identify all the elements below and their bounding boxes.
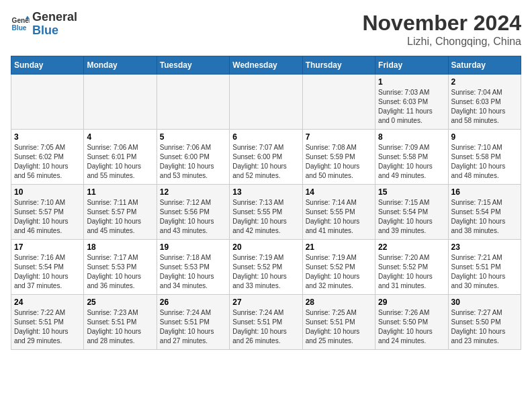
day-number: 12 — [160, 187, 226, 197]
day-info: Sunrise: 7:12 AMSunset: 5:56 PMDaylight:… — [160, 198, 226, 236]
day-info: Sunrise: 7:13 AMSunset: 5:55 PMDaylight:… — [232, 198, 299, 236]
day-number: 28 — [306, 298, 372, 307]
day-info: Sunrise: 7:05 AMSunset: 6:02 PMDaylight:… — [14, 143, 81, 181]
day-number: 29 — [378, 298, 445, 307]
day-number: 5 — [160, 132, 226, 142]
day-cell: 5Sunrise: 7:06 AMSunset: 6:00 PMDaylight… — [157, 130, 229, 185]
logo-text: General Blue — [32, 11, 77, 38]
day-cell: 19Sunrise: 7:18 AMSunset: 5:53 PMDayligh… — [157, 240, 229, 295]
logo: General Blue General Blue — [11, 11, 77, 38]
weekday-header-tuesday: Tuesday — [157, 56, 229, 75]
day-cell: 26Sunrise: 7:24 AMSunset: 5:51 PMDayligh… — [157, 295, 229, 350]
day-number: 7 — [306, 132, 372, 142]
week-row-3: 10Sunrise: 7:10 AMSunset: 5:57 PMDayligh… — [11, 185, 521, 240]
day-cell: 8Sunrise: 7:09 AMSunset: 5:58 PMDaylight… — [375, 130, 448, 185]
weekday-header-saturday: Saturday — [448, 56, 521, 75]
week-row-1: 1Sunrise: 7:03 AMSunset: 6:03 PMDaylight… — [11, 75, 521, 130]
day-info: Sunrise: 7:03 AMSunset: 6:03 PMDaylight:… — [378, 88, 445, 126]
day-number: 11 — [87, 187, 153, 197]
day-number: 24 — [14, 298, 81, 307]
calendar-table: SundayMondayTuesdayWednesdayThursdayFrid… — [11, 56, 521, 350]
day-info: Sunrise: 7:26 AMSunset: 5:50 PMDaylight:… — [378, 308, 445, 346]
day-info: Sunrise: 7:06 AMSunset: 6:01 PMDaylight:… — [87, 143, 153, 181]
day-number: 30 — [451, 298, 518, 307]
weekday-header-thursday: Thursday — [302, 56, 375, 75]
day-info: Sunrise: 7:18 AMSunset: 5:53 PMDaylight:… — [160, 253, 226, 291]
logo-icon: General Blue — [11, 15, 30, 34]
day-info: Sunrise: 7:06 AMSunset: 6:00 PMDaylight:… — [160, 143, 226, 181]
day-info: Sunrise: 7:04 AMSunset: 6:03 PMDaylight:… — [451, 88, 518, 126]
weekday-header-wednesday: Wednesday — [230, 56, 302, 75]
day-cell: 18Sunrise: 7:17 AMSunset: 5:53 PMDayligh… — [84, 240, 157, 295]
day-cell: 6Sunrise: 7:07 AMSunset: 6:00 PMDaylight… — [230, 130, 302, 185]
day-info: Sunrise: 7:11 AMSunset: 5:57 PMDaylight:… — [87, 198, 153, 236]
day-info: Sunrise: 7:24 AMSunset: 5:51 PMDaylight:… — [232, 308, 299, 346]
day-number: 23 — [451, 242, 518, 252]
weekday-header-monday: Monday — [84, 56, 157, 75]
day-cell: 22Sunrise: 7:20 AMSunset: 5:52 PMDayligh… — [375, 240, 448, 295]
day-cell: 15Sunrise: 7:15 AMSunset: 5:54 PMDayligh… — [375, 185, 448, 240]
day-info: Sunrise: 7:19 AMSunset: 5:52 PMDaylight:… — [306, 253, 372, 291]
week-row-5: 24Sunrise: 7:22 AMSunset: 5:51 PMDayligh… — [11, 295, 521, 350]
day-number: 13 — [232, 187, 299, 197]
week-row-4: 17Sunrise: 7:16 AMSunset: 5:54 PMDayligh… — [11, 240, 521, 295]
day-number: 15 — [378, 187, 445, 197]
svg-text:Blue: Blue — [12, 24, 27, 32]
day-cell: 13Sunrise: 7:13 AMSunset: 5:55 PMDayligh… — [230, 185, 302, 240]
day-info: Sunrise: 7:09 AMSunset: 5:58 PMDaylight:… — [378, 143, 445, 181]
day-number: 10 — [14, 187, 81, 197]
day-number: 20 — [232, 242, 299, 252]
day-cell — [157, 75, 229, 130]
weekday-header-friday: Friday — [375, 56, 448, 75]
day-info: Sunrise: 7:23 AMSunset: 5:51 PMDaylight:… — [87, 308, 153, 346]
day-cell — [230, 75, 302, 130]
day-cell: 20Sunrise: 7:19 AMSunset: 5:52 PMDayligh… — [230, 240, 302, 295]
day-number: 21 — [306, 242, 372, 252]
day-number: 4 — [87, 132, 153, 142]
day-number: 27 — [232, 298, 299, 307]
day-cell: 23Sunrise: 7:21 AMSunset: 5:51 PMDayligh… — [448, 240, 521, 295]
day-number: 6 — [232, 132, 299, 142]
day-number: 22 — [378, 242, 445, 252]
day-info: Sunrise: 7:16 AMSunset: 5:54 PMDaylight:… — [14, 253, 81, 291]
day-info: Sunrise: 7:20 AMSunset: 5:52 PMDaylight:… — [378, 253, 445, 291]
day-info: Sunrise: 7:22 AMSunset: 5:51 PMDaylight:… — [14, 308, 81, 346]
day-cell: 4Sunrise: 7:06 AMSunset: 6:01 PMDaylight… — [84, 130, 157, 185]
day-cell: 25Sunrise: 7:23 AMSunset: 5:51 PMDayligh… — [84, 295, 157, 350]
day-cell: 10Sunrise: 7:10 AMSunset: 5:57 PMDayligh… — [11, 185, 84, 240]
day-info: Sunrise: 7:15 AMSunset: 5:54 PMDaylight:… — [451, 198, 518, 236]
day-cell: 21Sunrise: 7:19 AMSunset: 5:52 PMDayligh… — [302, 240, 375, 295]
day-number: 3 — [14, 132, 81, 142]
day-info: Sunrise: 7:07 AMSunset: 6:00 PMDaylight:… — [232, 143, 299, 181]
day-cell: 27Sunrise: 7:24 AMSunset: 5:51 PMDayligh… — [230, 295, 302, 350]
day-number: 1 — [378, 77, 445, 87]
day-number: 14 — [306, 187, 372, 197]
day-number: 19 — [160, 242, 226, 252]
day-cell: 1Sunrise: 7:03 AMSunset: 6:03 PMDaylight… — [375, 75, 448, 130]
day-cell: 3Sunrise: 7:05 AMSunset: 6:02 PMDaylight… — [11, 130, 84, 185]
day-info: Sunrise: 7:24 AMSunset: 5:51 PMDaylight:… — [160, 308, 226, 346]
day-info: Sunrise: 7:15 AMSunset: 5:54 PMDaylight:… — [378, 198, 445, 236]
weekday-header-sunday: Sunday — [11, 56, 84, 75]
day-number: 16 — [451, 187, 518, 197]
header-row: SundayMondayTuesdayWednesdayThursdayFrid… — [11, 56, 521, 75]
day-number: 8 — [378, 132, 445, 142]
day-info: Sunrise: 7:10 AMSunset: 5:57 PMDaylight:… — [14, 198, 81, 236]
day-cell: 17Sunrise: 7:16 AMSunset: 5:54 PMDayligh… — [11, 240, 84, 295]
day-cell: 9Sunrise: 7:10 AMSunset: 5:58 PMDaylight… — [448, 130, 521, 185]
day-number: 25 — [87, 298, 153, 307]
day-info: Sunrise: 7:08 AMSunset: 5:59 PMDaylight:… — [306, 143, 372, 181]
day-number: 18 — [87, 242, 153, 252]
month-title: November 2024 — [362, 11, 521, 36]
page-header: General Blue General Blue November 2024 … — [11, 11, 521, 48]
day-info: Sunrise: 7:14 AMSunset: 5:55 PMDaylight:… — [306, 198, 372, 236]
day-cell: 2Sunrise: 7:04 AMSunset: 6:03 PMDaylight… — [448, 75, 521, 130]
day-cell: 16Sunrise: 7:15 AMSunset: 5:54 PMDayligh… — [448, 185, 521, 240]
day-number: 9 — [451, 132, 518, 142]
day-cell: 30Sunrise: 7:27 AMSunset: 5:50 PMDayligh… — [448, 295, 521, 350]
day-cell: 11Sunrise: 7:11 AMSunset: 5:57 PMDayligh… — [84, 185, 157, 240]
day-info: Sunrise: 7:17 AMSunset: 5:53 PMDaylight:… — [87, 253, 153, 291]
title-block: November 2024 Lizhi, Chongqing, China — [362, 11, 521, 48]
day-cell: 12Sunrise: 7:12 AMSunset: 5:56 PMDayligh… — [157, 185, 229, 240]
day-info: Sunrise: 7:19 AMSunset: 5:52 PMDaylight:… — [232, 253, 299, 291]
